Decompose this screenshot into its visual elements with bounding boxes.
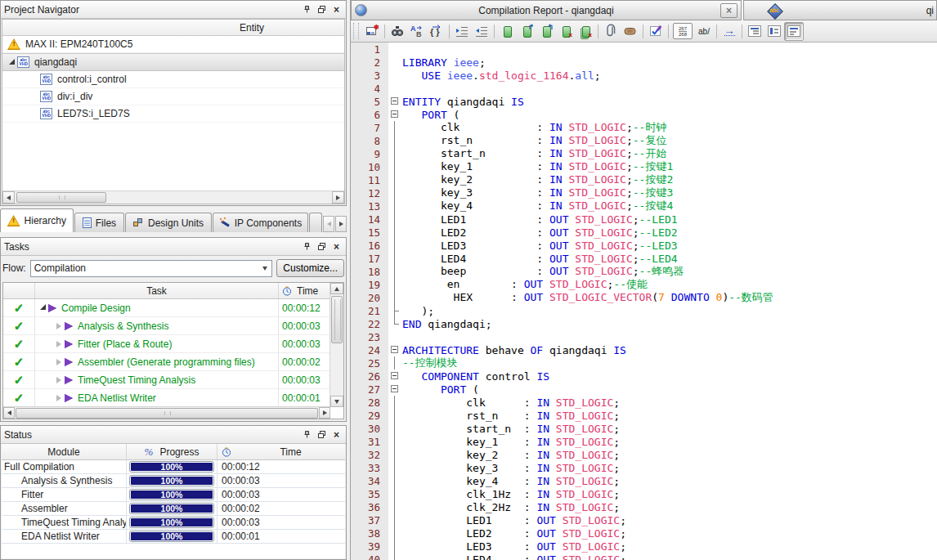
scroll-right-icon[interactable] [332,191,344,204]
tab-ip-components[interactable]: IP Components [213,213,308,232]
scroll-down-icon[interactable] [330,396,343,407]
expanded-arrow-icon[interactable] [9,59,15,65]
fold-gutter[interactable] [390,383,401,396]
indent-button[interactable] [452,22,472,41]
tasks-vscrollbar[interactable] [330,283,343,407]
fold-gutter[interactable] [390,343,401,356]
fold-gutter [390,513,401,526]
fold-gutter[interactable] [390,370,401,383]
word-wrap-button[interactable]: ab/ [694,22,714,41]
view-indent-button[interactable] [764,22,784,41]
attachment-button[interactable] [601,22,621,41]
hscroll-thumb[interactable] [16,408,318,419]
collapsed-arrow-icon[interactable] [56,359,61,365]
tree-item-control-i-control[interactable]: abcVHDcontrol:i_control [2,71,344,88]
line-number: 40 [351,553,388,560]
check-icon: ✓ [14,392,25,404]
close-icon[interactable]: × [330,4,343,16]
change-manager-button[interactable]: ✱ [362,22,382,41]
tree-item-qiangdaqi[interactable]: abcVHDqiangdaqi [2,53,344,71]
bookmark-clear-button[interactable]: x [556,22,576,41]
compilation-report-window-titlebar[interactable]: Compilation Report - qiangdaqi × [351,0,742,20]
tab-files[interactable]: Files [74,213,125,232]
flow-select[interactable]: Compilation [30,260,273,277]
tab-scroll-left-icon[interactable] [323,216,334,232]
scroll-right-icon[interactable] [319,407,330,419]
design-units-icon [133,217,144,228]
goto-button[interactable]: → [720,22,739,41]
code-line: 2LIBRARY ieee; [351,56,937,69]
pin-icon[interactable] [301,429,313,441]
check-icon: ✓ [14,356,25,368]
brace-match-button[interactable]: { } [427,22,446,41]
pin-icon[interactable] [301,4,313,16]
task-row-fitter-place-route-[interactable]: ✓Fitter (Place & Route)00:00:03 [3,335,330,353]
project-navigator-titlebar[interactable]: Project Navigator × [1,1,346,19]
macro-button[interactable] [621,22,640,41]
warning-icon: ! [7,38,20,50]
task-row-eda-netlist-writer[interactable]: ✓EDA Netlist Writer00:00:01 [3,389,330,407]
close-report-button[interactable]: × [720,3,737,18]
project-navigator-hscrollbar[interactable] [2,190,344,204]
tab-label: Design Units [148,217,204,229]
scroll-left-icon[interactable] [3,407,15,419]
tree-item-led7s-i-led7s[interactable]: abcVHDLED7S:i_LED7S [2,105,344,123]
fold-gutter[interactable] [390,108,401,121]
vscroll-thumb[interactable] [331,296,343,343]
unindent-button[interactable] [472,22,491,41]
float-window-icon[interactable] [316,4,328,16]
customize-button[interactable]: Customize... [276,259,344,277]
find-button[interactable] [388,22,407,41]
tab-design-units[interactable]: Design Units [125,213,211,232]
bookmark-button[interactable] [497,22,517,41]
tab-hierarchy[interactable]: !Hierarchy [0,208,74,232]
view-wrap-button[interactable] [784,22,804,41]
toolbar-grip[interactable] [353,23,359,39]
bookmark-next-button[interactable]: ↱ [517,22,536,41]
collapsed-arrow-icon[interactable] [56,395,61,401]
close-icon[interactable]: × [330,429,343,441]
scroll-up-icon[interactable] [330,283,343,294]
tasks-hscrollbar[interactable] [3,406,330,419]
bookmark-prev-button[interactable]: ↰ [536,22,556,41]
collapsed-arrow-icon[interactable] [56,377,61,383]
pin-icon[interactable] [301,241,313,253]
task-row-assembler-generate-programming-files-[interactable]: ✓Assembler (Generate programming files)0… [3,353,330,371]
code-text: LED1 : OUT STD_LOGIC; [401,514,626,526]
scroll-left-icon[interactable] [2,191,15,204]
line-number: 6 [351,108,388,121]
hscroll-thumb[interactable] [16,192,106,203]
line-number: 2 [351,56,388,69]
view-outline-button[interactable] [745,22,764,41]
task-row-compile-design[interactable]: ✓Compile Design00:00:12 [3,299,330,317]
code-text: COMPONENT control IS [401,370,549,383]
tree-item-div-i-div[interactable]: abcVHDdiv:i_div [2,88,344,105]
code-text: key_4 : IN STD_LOGIC;--按键4 [401,199,673,213]
close-icon[interactable]: × [330,241,343,253]
replace-button[interactable]: AB [407,22,427,41]
goto-icon: → [724,27,735,36]
float-window-icon[interactable] [316,429,328,441]
status-titlebar[interactable]: Status × [1,426,346,444]
bookmark-clear-all-button[interactable]: x [576,22,595,41]
fold-gutter[interactable] [390,95,401,108]
tasks-titlebar[interactable]: Tasks × [1,238,346,256]
note-check-button[interactable] [646,22,666,41]
tasks-rows: ✓Compile Design00:00:12✓Analysis & Synth… [3,299,330,407]
float-window-icon[interactable] [316,241,328,253]
task-row-analysis-synthesis[interactable]: ✓Analysis & Synthesis00:00:03 [3,317,330,335]
editor-window-titlebar[interactable]: abc qi [743,0,937,20]
tab-partial[interactable] [309,213,322,232]
task-row-timequest-timing-analysis[interactable]: ✓TimeQuest Timing Analysis00:00:03 [3,371,330,389]
vhdl-file-icon: abc [767,3,782,18]
line-number: 35 [351,487,388,500]
expanded-arrow-icon[interactable] [40,304,46,310]
collapsed-arrow-icon[interactable] [56,323,61,329]
tree-item-max-ii-epm240t100c5[interactable]: !MAX II: EPM240T100C5 [2,36,344,53]
code-editor[interactable]: 12LIBRARY ieee;3 USE ieee.std_logic_1164… [351,43,937,560]
collapsed-arrow-icon[interactable] [56,341,61,347]
tab-scroll-right-icon[interactable] [335,216,347,232]
line-number: 4 [351,82,388,95]
line-numbers-button[interactable]: 267268 [671,22,694,41]
code-text: clk : IN STD_LOGIC; [401,396,620,409]
